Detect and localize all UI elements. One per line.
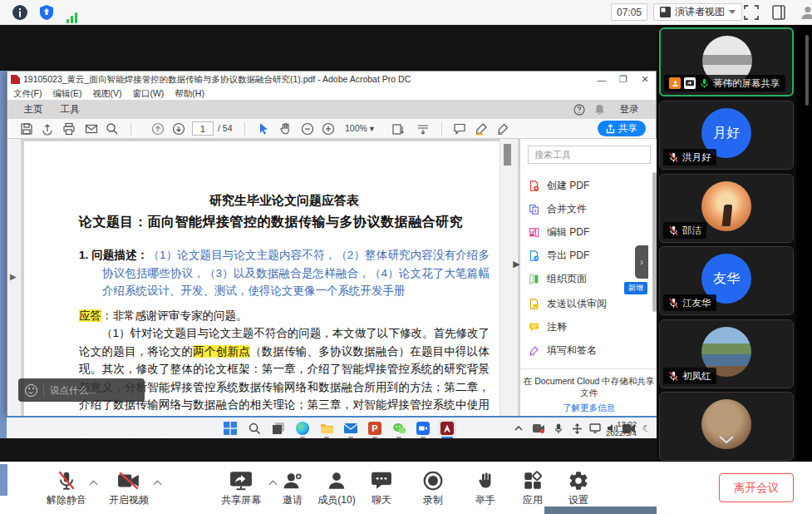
- chat-label: 聊天: [354, 493, 409, 507]
- menu-help[interactable]: 帮助(H): [175, 88, 204, 100]
- pdf-file-icon: [11, 75, 20, 84]
- print-icon[interactable]: [62, 122, 76, 136]
- email-icon[interactable]: [85, 122, 98, 136]
- menu-view[interactable]: 视图(V): [92, 88, 121, 100]
- sidebar-scrollbar-thumb[interactable]: [805, 35, 809, 106]
- leave-meeting-button[interactable]: 离开会议: [719, 473, 794, 502]
- meeting-security-shield-icon[interactable]: [38, 4, 55, 21]
- tray-camera-off-icon[interactable]: [532, 422, 545, 435]
- start-button-icon[interactable]: [221, 420, 239, 437]
- left-panel-rail[interactable]: ▶: [7, 139, 22, 416]
- start-video-button[interactable]: 开启视频: [101, 469, 156, 507]
- wechat-icon[interactable]: [390, 420, 408, 437]
- view-mode-dropdown[interactable]: 演讲者视图: [653, 3, 742, 21]
- previous-page-icon[interactable]: [151, 122, 165, 136]
- page-fit-icon[interactable]: [391, 122, 405, 136]
- network-signal-icon[interactable]: [66, 7, 83, 23]
- tool-send-for-review[interactable]: 发送以供审阅: [520, 292, 657, 315]
- save-icon[interactable]: [20, 122, 33, 136]
- document-scrollbar-thumb[interactable]: [504, 144, 511, 166]
- settings-gear-icon: [551, 469, 606, 492]
- participant-tile-sharing[interactable]: 蒋伟的屏幕共享: [659, 27, 794, 96]
- upload-share-icon[interactable]: [41, 122, 54, 136]
- menu-edit[interactable]: 编辑(E): [52, 88, 81, 100]
- taskbar-clock[interactable]: 13:02 2022/5/4: [606, 419, 637, 437]
- tool-edit-pdf[interactable]: 编辑 PDF: [520, 220, 657, 244]
- acrobat-taskbar-icon[interactable]: [438, 420, 456, 437]
- task-view-icon[interactable]: [269, 420, 288, 437]
- participant-icon[interactable]: [800, 4, 812, 21]
- acrobat-toolbar: 1 / 54 100% ▾: [7, 119, 656, 139]
- edge-browser-icon[interactable]: [293, 420, 312, 437]
- tool-combine-files[interactable]: 合并文件: [520, 197, 657, 220]
- quick-chat-bar[interactable]: 说点什么...: [18, 378, 145, 402]
- tool-create-pdf[interactable]: 创建 PDF: [520, 174, 657, 197]
- next-page-icon[interactable]: [172, 122, 185, 136]
- signin-link[interactable]: 登录: [613, 100, 646, 119]
- menu-window[interactable]: 窗口(W): [132, 88, 164, 100]
- highlighter-icon[interactable]: [475, 122, 488, 136]
- select-cursor-icon[interactable]: [257, 122, 270, 136]
- meeting-app-icon[interactable]: [414, 420, 432, 437]
- zoom-in-icon[interactable]: [322, 122, 335, 136]
- emoji-icon[interactable]: [25, 384, 37, 397]
- notifications-bell-icon[interactable]: [591, 100, 608, 119]
- taskbar-search-icon[interactable]: [245, 420, 263, 437]
- participant-tile[interactable]: 邵洁: [659, 174, 794, 243]
- hand-tool-icon[interactable]: [278, 122, 292, 136]
- scroll-mode-icon[interactable]: [416, 122, 430, 136]
- file-explorer-icon[interactable]: [317, 420, 336, 437]
- page-count-label: / 54: [218, 123, 233, 133]
- left-panel-expand-icon[interactable]: ▶: [10, 272, 17, 281]
- restore-button[interactable]: ❐: [613, 72, 634, 87]
- zoom-out-icon[interactable]: [301, 122, 314, 136]
- share-screen-button[interactable]: 共享屏幕: [214, 469, 268, 507]
- zoom-level-dropdown[interactable]: 100% ▾: [345, 123, 374, 133]
- tray-remote-tool-icon[interactable]: [570, 422, 583, 435]
- mail-icon[interactable]: [342, 420, 360, 437]
- participant-label: 邵洁: [663, 222, 706, 239]
- chat-button[interactable]: 聊天: [354, 469, 409, 507]
- learn-more-link[interactable]: 了解更多信息: [520, 402, 657, 413]
- scroll-more-chevron-icon[interactable]: [719, 436, 734, 444]
- tray-expand-chevron-icon[interactable]: [512, 422, 525, 435]
- focus-assist-moon-icon[interactable]: ☾: [640, 422, 653, 435]
- tool-fill-sign[interactable]: 填写和签名: [520, 339, 657, 362]
- mic-options-chevron[interactable]: [90, 479, 98, 487]
- tools-search-input[interactable]: 搜索工具: [528, 146, 651, 164]
- page-number-input[interactable]: 1: [192, 121, 214, 136]
- acrobat-share-button[interactable]: 共享: [598, 121, 646, 136]
- tool-comment[interactable]: 注释: [520, 315, 657, 339]
- sidebar-toggle-icon[interactable]: [771, 4, 788, 21]
- tab-home[interactable]: 主页: [16, 100, 51, 119]
- document-scrollbar[interactable]: [500, 139, 518, 416]
- search-icon[interactable]: [106, 122, 119, 136]
- settings-button[interactable]: 设置: [551, 469, 606, 507]
- pdf-page: 研究生毕业论文问题应答表 论文题目：面向智能焊接管控的数据传输与多协议数据融合研…: [24, 141, 500, 416]
- fullscreen-icon[interactable]: [743, 4, 760, 21]
- sidebar-collapse-handle[interactable]: ›: [635, 245, 648, 279]
- sign-icon[interactable]: [496, 122, 509, 136]
- host-badge-icon: [669, 77, 681, 89]
- comment-icon[interactable]: [453, 122, 466, 136]
- meeting-info-icon[interactable]: [12, 4, 28, 21]
- tab-tools[interactable]: 工具: [52, 100, 87, 119]
- powerpoint-icon[interactable]: P: [366, 420, 384, 437]
- menu-file[interactable]: 文件(F): [13, 88, 42, 100]
- view-mode-label: 演讲者视图: [675, 5, 725, 19]
- help-circle-icon[interactable]: [571, 100, 588, 119]
- participant-tile[interactable]: 月好 洪月好: [659, 101, 794, 170]
- tray-display-icon[interactable]: [588, 422, 602, 435]
- participant-tile-overflow[interactable]: [659, 392, 794, 461]
- doc-question-text: （1）论文题目与论文主题内容不符，（2）整体研究内容没有介绍多协议包括哪些协议，…: [102, 249, 490, 297]
- participant-tile[interactable]: 友华 江友华: [659, 246, 794, 315]
- participant-tile[interactable]: 初凤红: [659, 319, 794, 388]
- unmute-button[interactable]: 解除静音: [39, 469, 94, 507]
- close-button[interactable]: ✕: [634, 72, 656, 87]
- minimize-button[interactable]: —: [591, 72, 613, 87]
- tray-mic-icon[interactable]: [552, 422, 565, 435]
- quick-chat-placeholder[interactable]: 说点什么...: [50, 384, 96, 397]
- create-pdf-icon: [529, 180, 539, 191]
- video-options-chevron[interactable]: [154, 479, 162, 487]
- record-button[interactable]: 录制: [406, 469, 460, 507]
